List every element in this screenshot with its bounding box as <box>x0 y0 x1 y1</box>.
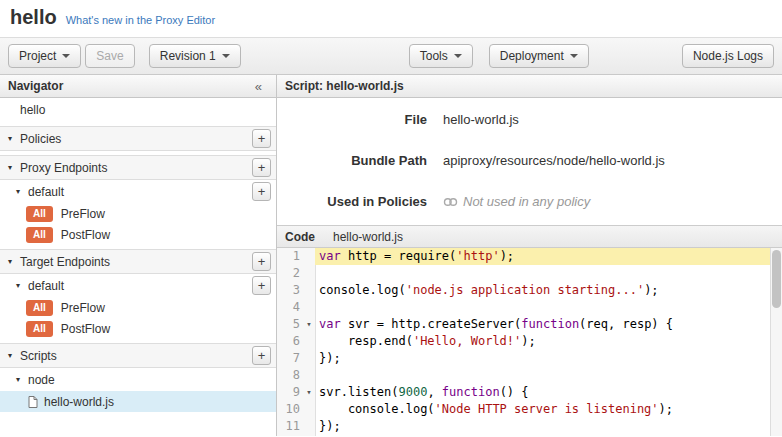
fold-toggle-icon[interactable]: ▾ <box>303 316 315 333</box>
code-line-text[interactable]: console.log('node.js application startin… <box>315 282 782 299</box>
line-number: 9 <box>277 384 303 401</box>
deployment-menu-button[interactable]: Deployment <box>489 44 589 68</box>
code-line: 3console.log('node.js application starti… <box>277 282 782 299</box>
nodejs-logs-label: Node.js Logs <box>693 49 763 63</box>
all-badge: All <box>26 206 53 222</box>
code-scrollbar[interactable] <box>770 248 782 436</box>
add-proxy-endpoint-button[interactable]: + <box>252 158 271 177</box>
navigator-item-label: hello <box>20 103 45 117</box>
deployment-menu-label: Deployment <box>500 49 564 63</box>
field-used-in-policies: Used in Policies Not used in any policy <box>277 194 782 209</box>
flow-label: PreFlow <box>61 207 105 221</box>
navigator-header: Navigator « <box>0 75 276 98</box>
navigator-item-hello[interactable]: hello <box>0 98 276 122</box>
code-line-text[interactable] <box>315 299 782 316</box>
target-postflow-item[interactable]: All PostFlow <box>0 318 276 339</box>
flow-label: PostFlow <box>61 228 110 242</box>
field-bundle-path: Bundle Path apiproxy/resources/node/hell… <box>277 153 782 168</box>
section-target-endpoints[interactable]: ▾ Target Endpoints + <box>0 249 276 274</box>
script-panel-title: Script: hello-world.js <box>285 79 404 93</box>
line-number: 1 <box>277 248 303 265</box>
section-label: Scripts <box>20 349 57 363</box>
whats-new-link[interactable]: What's new in the Proxy Editor <box>66 14 215 26</box>
target-preflow-item[interactable]: All PreFlow <box>0 297 276 318</box>
code-line-text[interactable]: }); <box>315 418 782 435</box>
disclosure-triangle-icon: ▾ <box>16 281 28 290</box>
page-header: hello What's new in the Proxy Editor <box>0 0 782 37</box>
tools-menu-button[interactable]: Tools <box>409 44 473 68</box>
flow-label: PostFlow <box>61 322 110 336</box>
code-line-text[interactable]: resp.end('Hello, World!'); <box>315 333 782 350</box>
section-policies[interactable]: ▾ Policies + <box>0 126 276 151</box>
save-button[interactable]: Save <box>85 44 134 68</box>
all-badge: All <box>26 300 53 316</box>
endpoint-label: default <box>28 185 64 199</box>
code-file-tab[interactable]: hello-world.js <box>333 230 403 244</box>
field-value: apiproxy/resources/node/hello-world.js <box>443 153 665 168</box>
field-value: hello-world.js <box>443 112 519 127</box>
all-badge: All <box>26 227 53 243</box>
script-file-hello-world[interactable]: hello-world.js <box>0 391 276 412</box>
scripts-node-folder[interactable]: ▾ node <box>0 368 276 391</box>
section-label: Proxy Endpoints <box>20 161 107 175</box>
fold-gutter <box>303 265 315 282</box>
script-detail-fields: File hello-world.js Bundle Path apiproxy… <box>277 98 782 225</box>
code-line: 10 console.log('Node HTTP server is list… <box>277 401 782 418</box>
save-button-label: Save <box>96 49 123 63</box>
proxy-editor-app: hello What's new in the Proxy Editor Pro… <box>0 0 782 437</box>
toolbar: Project Save Revision 1 Tools Deployment… <box>0 37 782 75</box>
code-editor-lines: 1var http = require('http');2 3console.l… <box>277 248 782 435</box>
field-file: File hello-world.js <box>277 112 782 127</box>
project-menu-label: Project <box>19 49 56 63</box>
add-script-button[interactable]: + <box>252 346 271 365</box>
fold-gutter <box>303 299 315 316</box>
code-line: 9▾svr.listen(9000, function() { <box>277 384 782 401</box>
fold-gutter <box>303 350 315 367</box>
field-value-empty: Not used in any policy <box>443 194 590 209</box>
section-proxy-endpoints[interactable]: ▾ Proxy Endpoints + <box>0 155 276 180</box>
disclosure-triangle-icon: ▾ <box>8 163 20 172</box>
revision-menu-label: Revision 1 <box>160 49 216 63</box>
code-line-text[interactable]: console.log('Node HTTP server is listeni… <box>315 401 782 418</box>
content: Navigator « hello ▾ Policies + ▾ Proxy E… <box>0 75 782 436</box>
line-number: 11 <box>277 418 303 435</box>
proxy-postflow-item[interactable]: All PostFlow <box>0 224 276 245</box>
fold-gutter <box>303 401 315 418</box>
navigator-tree: hello ▾ Policies + ▾ Proxy Endpoints + ▾… <box>0 98 276 436</box>
code-line-text[interactable]: var svr = http.createServer(function(req… <box>315 316 782 333</box>
disclosure-triangle-icon: ▾ <box>8 351 20 360</box>
project-menu-button[interactable]: Project <box>8 44 81 68</box>
field-label: Used in Policies <box>277 194 427 209</box>
script-detail-panel: Script: hello-world.js File hello-world.… <box>277 75 782 436</box>
field-label: File <box>277 112 427 127</box>
disclosure-triangle-icon: ▾ <box>8 134 20 143</box>
section-scripts[interactable]: ▾ Scripts + <box>0 343 276 368</box>
code-line: 5▾var svr = http.createServer(function(r… <box>277 316 782 333</box>
collapse-sidebar-icon[interactable]: « <box>255 79 262 94</box>
code-line-text[interactable]: svr.listen(9000, function() { <box>315 384 782 401</box>
code-line-text[interactable] <box>315 265 782 282</box>
flow-label: PreFlow <box>61 301 105 315</box>
code-line-text[interactable]: }); <box>315 350 782 367</box>
proxy-preflow-item[interactable]: All PreFlow <box>0 203 276 224</box>
nodejs-logs-button[interactable]: Node.js Logs <box>682 44 774 68</box>
fold-gutter <box>303 333 315 350</box>
add-policy-button[interactable]: + <box>252 129 271 148</box>
proxy-endpoint-default[interactable]: ▾ default + <box>0 180 276 203</box>
fold-toggle-icon[interactable]: ▾ <box>303 384 315 401</box>
add-target-flow-button[interactable]: + <box>252 276 271 295</box>
line-number: 5 <box>277 316 303 333</box>
revision-menu-button[interactable]: Revision 1 <box>149 44 241 68</box>
add-proxy-flow-button[interactable]: + <box>252 182 271 201</box>
code-line: 6 resp.end('Hello, World!'); <box>277 333 782 350</box>
target-endpoint-default[interactable]: ▾ default + <box>0 274 276 297</box>
code-line-text[interactable] <box>315 367 782 384</box>
scrollbar-thumb[interactable] <box>772 250 781 308</box>
chevron-down-icon <box>62 54 70 58</box>
add-target-endpoint-button[interactable]: + <box>252 252 271 271</box>
code-line: 7}); <box>277 350 782 367</box>
line-number: 7 <box>277 350 303 367</box>
code-editor[interactable]: 1var http = require('http');2 3console.l… <box>277 248 782 436</box>
code-line-text[interactable]: var http = require('http'); <box>315 248 782 265</box>
line-number: 6 <box>277 333 303 350</box>
